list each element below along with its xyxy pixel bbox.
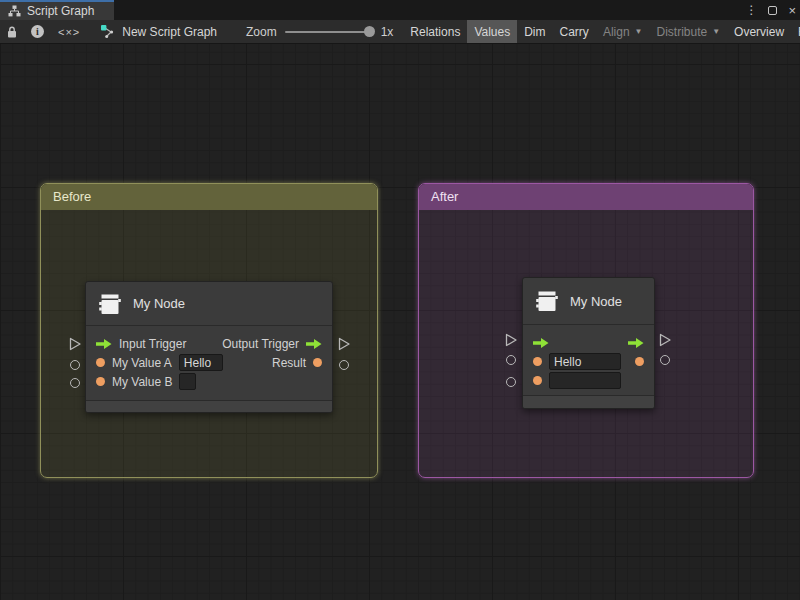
port-row-value-b: My Value B bbox=[86, 372, 332, 391]
value-b-port-icon[interactable] bbox=[96, 377, 105, 386]
result-port-icon[interactable] bbox=[313, 358, 322, 367]
graph-toolbar: i <×> New Script Graph Zoom 1x Relations… bbox=[0, 20, 800, 44]
result-port-icon[interactable] bbox=[635, 357, 644, 366]
new-script-graph-button[interactable]: New Script Graph bbox=[87, 20, 224, 43]
graph-hierarchy-icon bbox=[8, 5, 21, 17]
tab-title: Script Graph bbox=[27, 4, 94, 18]
node-title: My Node bbox=[133, 296, 185, 311]
ext-value-b-port[interactable] bbox=[70, 378, 80, 388]
graph-canvas[interactable]: Before After My Node bbox=[0, 44, 800, 600]
port-label-output-trigger: Output Trigger bbox=[222, 337, 299, 351]
node-my-node-before[interactable]: My Node Input Trigger Output Trigger bbox=[85, 281, 333, 413]
ext-output-trigger-port[interactable] bbox=[338, 337, 351, 354]
zoom-label: Zoom bbox=[246, 25, 277, 39]
node-footer bbox=[523, 396, 654, 408]
lock-icon bbox=[7, 26, 17, 38]
port-row-triggers: Input Trigger Output Trigger bbox=[86, 334, 332, 353]
zoom-slider[interactable] bbox=[285, 31, 373, 33]
window-menu-icon[interactable]: ⋮ bbox=[745, 3, 757, 17]
node-footer bbox=[86, 401, 332, 412]
unit-icon bbox=[97, 291, 123, 317]
tab-bar: Script Graph ⋮ × bbox=[0, 0, 800, 20]
port-label-input-trigger: Input Trigger bbox=[119, 337, 186, 351]
carry-button[interactable]: Carry bbox=[553, 20, 596, 43]
ext-value-a-port[interactable] bbox=[70, 360, 80, 370]
port-row-value-a bbox=[523, 352, 654, 371]
edit-script-button[interactable]: <×> bbox=[51, 20, 87, 43]
tab-script-graph[interactable]: Script Graph bbox=[0, 0, 114, 20]
info-icon: i bbox=[31, 25, 44, 38]
port-label-result: Result bbox=[272, 356, 306, 370]
ext-value-b-port[interactable] bbox=[506, 377, 516, 387]
ext-input-trigger-port[interactable] bbox=[69, 337, 82, 354]
fullscreen-button[interactable]: Full Screen bbox=[791, 20, 800, 43]
distribute-label: Distribute bbox=[656, 25, 707, 39]
value-b-input[interactable] bbox=[179, 373, 196, 390]
port-row-triggers bbox=[523, 333, 654, 352]
zoom-control: Zoom 1x bbox=[224, 20, 403, 43]
ext-value-a-port[interactable] bbox=[506, 355, 516, 365]
value-b-port-icon[interactable] bbox=[533, 376, 542, 385]
value-a-port-icon[interactable] bbox=[96, 358, 105, 367]
port-label-value-b: My Value B bbox=[112, 375, 172, 389]
port-row-value-a: My Value A Result bbox=[86, 353, 332, 372]
node-my-node-after[interactable]: My Node bbox=[522, 277, 655, 409]
unit-icon bbox=[534, 288, 560, 314]
new-script-graph-label: New Script Graph bbox=[122, 25, 217, 39]
node-title: My Node bbox=[570, 294, 622, 309]
node-body bbox=[523, 325, 654, 396]
port-label-value-a: My Value A bbox=[112, 356, 172, 370]
value-a-input[interactable] bbox=[549, 353, 621, 370]
inspect-button[interactable]: i bbox=[24, 20, 51, 43]
close-icon[interactable]: × bbox=[788, 4, 796, 17]
node-header[interactable]: My Node bbox=[86, 282, 332, 326]
code-icon: <×> bbox=[58, 26, 80, 38]
port-row-value-b bbox=[523, 371, 654, 390]
input-trigger-port-icon[interactable] bbox=[533, 337, 549, 349]
output-trigger-port-icon[interactable] bbox=[306, 338, 322, 350]
input-trigger-port-icon[interactable] bbox=[96, 338, 112, 350]
overview-button[interactable]: Overview bbox=[727, 20, 791, 43]
node-body: Input Trigger Output Trigger My Value A … bbox=[86, 326, 332, 401]
chevron-down-icon: ▼ bbox=[712, 27, 720, 36]
ext-input-trigger-port[interactable] bbox=[505, 333, 518, 350]
distribute-dropdown[interactable]: Distribute ▼ bbox=[649, 20, 727, 43]
group-before-header[interactable]: Before bbox=[41, 184, 377, 210]
value-a-input[interactable] bbox=[179, 354, 223, 371]
ext-output-trigger-port[interactable] bbox=[659, 333, 672, 350]
chevron-down-icon: ▼ bbox=[635, 27, 643, 36]
dim-button[interactable]: Dim bbox=[517, 20, 552, 43]
maximize-icon[interactable] bbox=[768, 6, 777, 15]
values-button[interactable]: Values bbox=[467, 20, 517, 43]
node-header[interactable]: My Node bbox=[523, 278, 654, 325]
ext-result-port[interactable] bbox=[339, 360, 349, 370]
output-trigger-port-icon[interactable] bbox=[628, 337, 644, 349]
align-label: Align bbox=[603, 25, 630, 39]
align-dropdown[interactable]: Align ▼ bbox=[596, 20, 650, 43]
value-b-input[interactable] bbox=[549, 372, 621, 389]
window-controls: ⋮ × bbox=[745, 0, 796, 20]
zoom-value: 1x bbox=[381, 25, 394, 39]
group-after-header[interactable]: After bbox=[419, 184, 753, 210]
ext-result-port[interactable] bbox=[660, 355, 670, 365]
zoom-slider-handle[interactable] bbox=[364, 26, 375, 37]
value-a-port-icon[interactable] bbox=[533, 357, 542, 366]
relations-button[interactable]: Relations bbox=[403, 20, 467, 43]
script-graph-icon bbox=[100, 24, 115, 39]
lock-button[interactable] bbox=[0, 20, 24, 43]
